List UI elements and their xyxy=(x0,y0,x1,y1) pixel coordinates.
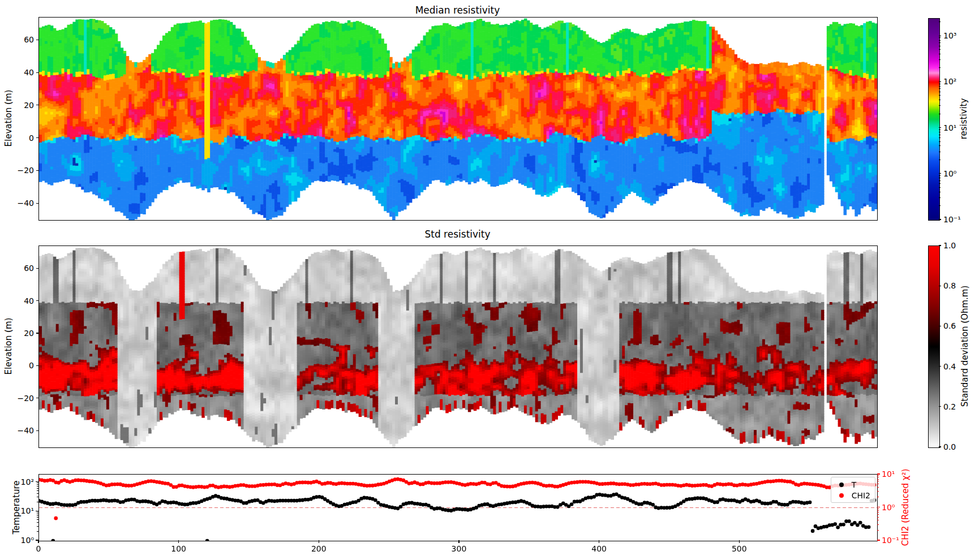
y-tick-label: 40 xyxy=(10,296,34,305)
y-minor-tick-mark xyxy=(37,517,38,518)
y-right-tick-mark xyxy=(877,507,880,507)
y-tick-label: −20 xyxy=(10,394,34,403)
legend-item-CHI2[interactable]: CHI2 xyxy=(835,490,870,501)
colorbar1-minor-tick-mark xyxy=(939,145,941,146)
y-right-minor-tick-mark xyxy=(877,524,879,525)
panel2-title: Std resistivity xyxy=(38,229,877,240)
colorbar1-tick-mark xyxy=(939,36,941,36)
y-right-minor-tick-mark xyxy=(877,512,879,512)
panel1-title: Median resistivity xyxy=(38,5,877,16)
y-minor-tick-mark xyxy=(37,522,38,523)
y-right-minor-tick-mark xyxy=(877,497,879,497)
colorbar1-minor-tick-mark xyxy=(939,86,941,87)
y-right-minor-tick-mark xyxy=(877,509,879,509)
colorbar1-minor-tick-mark xyxy=(939,130,941,130)
colorbar2-tick-mark xyxy=(939,406,941,407)
y-tick-label: −20 xyxy=(10,166,34,175)
y-minor-tick-mark xyxy=(37,512,38,512)
y-minor-tick-mark xyxy=(37,502,38,502)
y-tick-mark xyxy=(36,333,38,333)
y-right-minor-tick-mark xyxy=(877,477,879,477)
y-tick-mark xyxy=(36,268,38,269)
y-minor-tick-mark xyxy=(37,493,38,494)
x-tick-label: 400 xyxy=(582,544,616,553)
y-minor-tick-mark xyxy=(37,484,38,485)
y-tick-mark xyxy=(36,170,38,171)
colorbar1-minor-tick-mark xyxy=(939,175,941,176)
y-right-tick-label: 10⁰ xyxy=(882,503,907,512)
y-right-tick-mark xyxy=(877,473,880,474)
colorbar2-tick-mark xyxy=(939,326,941,326)
y-minor-tick-mark xyxy=(37,514,38,514)
legend-item-T[interactable]: T xyxy=(835,479,870,490)
panel3-scatter-canvas xyxy=(39,475,877,541)
panel2-section-canvas xyxy=(39,246,877,447)
colorbar1-tick-mark xyxy=(939,81,941,82)
y-tick-label: 60 xyxy=(10,35,34,44)
x-tick-mark xyxy=(599,540,599,543)
y-minor-tick-mark xyxy=(37,488,38,489)
colorbar1-minor-tick-mark xyxy=(939,105,941,106)
legend-marker-CHI2 xyxy=(839,493,844,498)
colorbar1 xyxy=(928,18,940,221)
panel1-plot-area[interactable] xyxy=(38,17,878,221)
colorbar2-tick-mark xyxy=(939,366,941,367)
y-tick-mark xyxy=(36,300,38,301)
colorbar1-tick-mark xyxy=(939,173,941,174)
x-tick-label: 0 xyxy=(22,544,55,553)
colorbar2-tick-label: 0.4 xyxy=(943,362,966,371)
x-tick-mark xyxy=(178,540,179,543)
colorbar1-tick-mark xyxy=(939,127,941,128)
y-tick-mark xyxy=(36,481,38,482)
colorbar1-minor-tick-mark xyxy=(939,84,941,84)
y-minor-tick-mark xyxy=(37,483,38,483)
y-right-tick-label: 10¹ xyxy=(882,469,907,479)
colorbar2-tick-mark xyxy=(939,245,941,245)
y-tick-mark xyxy=(36,203,38,204)
y-tick-label: 0 xyxy=(10,133,34,143)
legend[interactable]: TCHI2 xyxy=(831,477,875,503)
y-minor-tick-mark xyxy=(37,515,38,516)
colorbar1-minor-tick-mark xyxy=(939,100,941,100)
x-tick-label: 200 xyxy=(302,544,336,553)
colorbar1-minor-tick-mark xyxy=(939,141,941,142)
colorbar1-minor-tick-mark xyxy=(939,205,941,206)
y-tick-mark xyxy=(36,40,38,40)
colorbar2 xyxy=(928,245,940,448)
colorbar1-minor-tick-mark xyxy=(939,197,941,198)
colorbar1-minor-tick-mark xyxy=(939,21,941,22)
colorbar1-tick-label: 10² xyxy=(943,77,969,86)
colorbar1-tick-label: 10³ xyxy=(943,31,969,40)
y-minor-tick-mark xyxy=(37,497,38,497)
colorbar1-tick-label: 10¹ xyxy=(943,123,969,132)
y-tick-label: 60 xyxy=(10,264,34,273)
y-tick-mark xyxy=(36,137,38,138)
y-right-minor-tick-mark xyxy=(877,530,879,531)
colorbar1-tick-label: 10⁻¹ xyxy=(943,215,969,224)
y-right-tick-label: 10⁻¹ xyxy=(882,536,907,545)
y-right-minor-tick-mark xyxy=(877,520,879,520)
y-right-tick-mark xyxy=(877,540,880,540)
y-minor-tick-mark xyxy=(37,526,38,527)
panel2-plot-area[interactable] xyxy=(38,245,878,448)
colorbar1-minor-tick-mark xyxy=(939,67,941,68)
x-tick-label: 500 xyxy=(722,544,756,553)
colorbar1-tick-mark xyxy=(939,219,941,219)
colorbar1-minor-tick-mark xyxy=(939,137,941,138)
colorbar1-minor-tick-mark xyxy=(939,49,941,50)
colorbar2-tick-label: 0.0 xyxy=(943,442,966,451)
colorbar1-label: resistivity xyxy=(959,98,969,140)
y-tick-label: 20 xyxy=(10,101,34,110)
colorbar1-minor-tick-mark xyxy=(939,187,941,188)
y-right-minor-tick-mark xyxy=(877,510,879,511)
y-tick-label: 40 xyxy=(10,68,34,77)
panel3-plot-area[interactable]: TCHI2 xyxy=(38,474,878,541)
y-minor-tick-mark xyxy=(37,490,38,491)
colorbar1-minor-tick-mark xyxy=(939,54,941,54)
colorbar1-minor-tick-mark xyxy=(939,42,941,43)
colorbar1-minor-tick-mark xyxy=(939,183,941,184)
x-tick-mark xyxy=(458,540,459,543)
panel1-section-canvas xyxy=(39,18,877,220)
x-tick-mark xyxy=(38,540,38,543)
colorbar2-tick-mark xyxy=(939,446,941,447)
